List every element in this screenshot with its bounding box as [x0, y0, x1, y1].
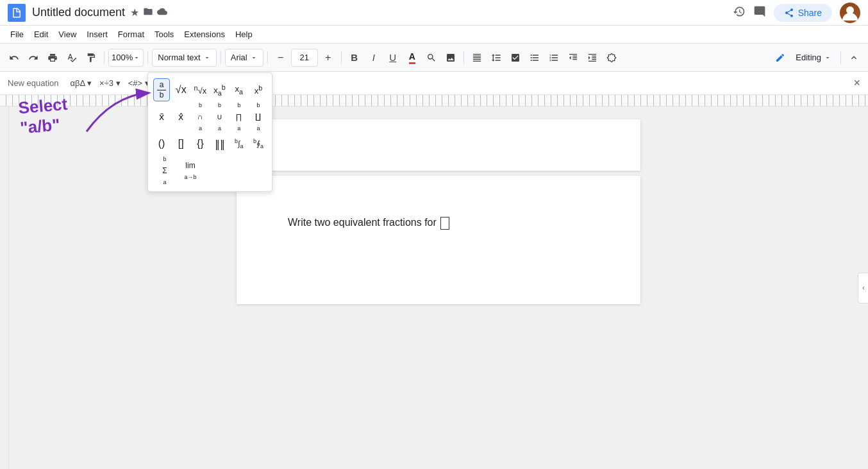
print-button[interactable]: [44, 49, 62, 67]
avatar[interactable]: [840, 3, 860, 23]
annotation: Select "a/b": [19, 96, 69, 136]
title-bar: Untitled document ★ Share: [0, 0, 868, 26]
underline-button[interactable]: U: [384, 49, 402, 67]
page-1: [237, 119, 640, 171]
separator-2: [147, 51, 148, 64]
page-2[interactable]: Write two equivalent fractions for: [237, 176, 640, 304]
eq-row-3: () [] {} ‖‖ b∫a b∮a: [153, 132, 267, 155]
insert-image-button[interactable]: [442, 49, 460, 67]
paint-format-button[interactable]: [82, 49, 100, 67]
separator-6: [463, 51, 464, 64]
indent-decrease-button[interactable]: [564, 49, 582, 67]
checklist-button[interactable]: [506, 49, 524, 67]
collapse-toolbar-button[interactable]: [845, 49, 863, 67]
comment-icon[interactable]: [753, 5, 766, 21]
doc-text: Write two equivalent fractions for: [288, 217, 439, 228]
font-selector[interactable]: Arial: [225, 49, 263, 67]
eq-cup[interactable]: b∪a: [212, 105, 228, 128]
equation-close-button[interactable]: ×: [853, 76, 860, 90]
equation-dropdown: a b √x n√x xab xa xb x̄ x̂ b∩a: [147, 72, 272, 192]
eq-norm[interactable]: ‖‖: [212, 132, 228, 155]
eq-sum[interactable]: bΣa: [153, 159, 176, 182]
menu-bar: File Edit View Insert Format Tools Exten…: [0, 26, 868, 44]
eq-product[interactable]: b∏a: [231, 105, 247, 128]
text-color-button[interactable]: A: [403, 49, 421, 67]
numbered-list-button[interactable]: [545, 49, 563, 67]
folder-icon[interactable]: [143, 6, 153, 19]
undo-button[interactable]: [5, 49, 23, 67]
eq-nth-sqrt[interactable]: n√x: [192, 78, 208, 101]
doc-title: Untitled document: [32, 6, 125, 19]
eq-lim[interactable]: lima→b: [179, 159, 202, 182]
eq-superscript[interactable]: xb: [250, 78, 267, 101]
menu-insert[interactable]: Insert: [81, 27, 113, 42]
indent-increase-button[interactable]: [583, 49, 601, 67]
eq-cap[interactable]: b∩a: [192, 105, 208, 128]
inline-box: [440, 217, 449, 230]
eq-row-4: bΣa lima→b: [153, 159, 267, 182]
separator-3: [221, 51, 221, 64]
font-size-decrease[interactable]: −: [272, 49, 290, 67]
menu-extensions[interactable]: Extensions: [179, 27, 230, 42]
eq-hat[interactable]: x̂: [172, 105, 189, 128]
separator-5: [341, 51, 342, 64]
page-content: Write two equivalent fractions for: [237, 176, 640, 269]
editing-selector[interactable]: Editing: [790, 53, 837, 62]
edit-mode-pencil[interactable]: [771, 49, 789, 67]
menu-format[interactable]: Format: [113, 27, 149, 42]
bullet-list-button[interactable]: [526, 49, 544, 67]
font-size-increase[interactable]: +: [319, 49, 337, 67]
cloud-icon[interactable]: [157, 6, 167, 19]
style-selector[interactable]: Normal text: [152, 49, 216, 67]
eq-row-2: x̄ x̂ b∩a b∪a b∏a b∐a: [153, 105, 267, 128]
menu-file[interactable]: File: [5, 27, 29, 42]
font-size-input[interactable]: 21: [291, 49, 318, 67]
redo-button[interactable]: [24, 49, 42, 67]
bold-button[interactable]: B: [346, 49, 363, 67]
app-icon: [8, 4, 26, 22]
share-label: Share: [798, 8, 822, 18]
star-icon[interactable]: ★: [130, 6, 139, 19]
separator-7: [840, 51, 841, 64]
separator-1: [104, 51, 104, 64]
align-button[interactable]: [468, 49, 486, 67]
history-icon[interactable]: [733, 5, 746, 21]
main-layout: Write two equivalent fractions for: [0, 107, 868, 469]
equation-label: New equation: [8, 78, 59, 88]
line-spacing-button[interactable]: [487, 49, 505, 67]
eq-sub-super[interactable]: xab: [212, 78, 228, 101]
menu-edit[interactable]: Edit: [29, 27, 53, 42]
separator-4: [267, 51, 268, 64]
toolbar: 100% Normal text Arial − 21 + B I U A: [0, 44, 868, 72]
annotation-text: Select "a/b": [17, 94, 70, 139]
italic-button[interactable]: I: [365, 49, 383, 67]
share-button[interactable]: Share: [774, 4, 832, 22]
eq-contour-integral[interactable]: b∮a: [250, 132, 267, 155]
eq-brace[interactable]: {}: [192, 132, 208, 155]
eq-bracket[interactable]: []: [172, 132, 189, 155]
eq-coproduct[interactable]: b∐a: [250, 105, 267, 128]
menu-view[interactable]: View: [53, 27, 81, 42]
clear-format-button[interactable]: [603, 49, 621, 67]
document-area[interactable]: Write two equivalent fractions for: [9, 107, 868, 469]
annotation-arrow: [80, 83, 157, 141]
highlight-button[interactable]: [422, 49, 440, 67]
eq-sqrt[interactable]: √x: [172, 78, 189, 101]
left-margin: [0, 107, 9, 469]
side-panel-toggle[interactable]: [858, 273, 868, 303]
eq-integral[interactable]: b∫a: [231, 132, 247, 155]
zoom-selector[interactable]: 100%: [108, 49, 144, 67]
eq-row-1: a b √x n√x xab xa xb: [153, 78, 267, 101]
menu-tools[interactable]: Tools: [149, 27, 179, 42]
spellcheck-button[interactable]: [63, 49, 81, 67]
menu-help[interactable]: Help: [230, 27, 258, 42]
eq-subscript[interactable]: xa: [231, 78, 247, 101]
